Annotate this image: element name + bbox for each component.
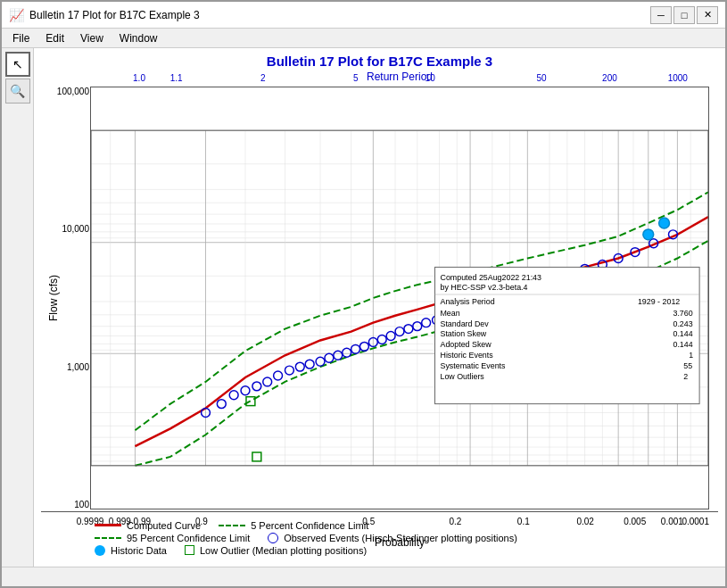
svg-text:0.144: 0.144 (673, 340, 692, 349)
legend-square-green (185, 545, 194, 555)
svg-text:Historic Events: Historic Events (440, 351, 493, 360)
y-labels: 100,000 10,000 1,000 100 (57, 87, 89, 509)
legend-computed-label: Computed Curve (127, 520, 201, 531)
svg-text:Systematic Events: Systematic Events (440, 361, 506, 370)
svg-text:Adopted Skew: Adopted Skew (440, 340, 492, 349)
y-label-3: 100 (74, 500, 89, 509)
chart-area: Computed 25Aug2022 21:43 by HEC-SSP v2.3… (90, 87, 709, 509)
svg-text:1: 1 (689, 351, 693, 360)
svg-text:55: 55 (683, 361, 692, 370)
legend-dot-cyan (95, 545, 105, 556)
x-top-label-7: 1000 (668, 73, 688, 83)
content-area: ↖ 🔍 Bulletin 17 Plot for B17C Example 3 … (2, 48, 725, 567)
svg-text:Low Outliers: Low Outliers (440, 372, 484, 381)
app-icon: 📈 (9, 8, 24, 22)
x-top-label-3: 5 (353, 73, 359, 83)
svg-text:0.144: 0.144 (673, 329, 692, 338)
svg-point-96 (659, 218, 670, 228)
svg-text:Station Skew: Station Skew (440, 329, 486, 338)
toolbar: ↖ 🔍 (2, 48, 34, 567)
zoom-tool[interactable]: 🔍 (5, 79, 30, 104)
legend-low-outlier-label: Low Outlier (Median plotting positions) (200, 545, 367, 556)
title-bar: 📈 Bulletin 17 Plot for B17C Example 3 ─ … (2, 2, 725, 29)
legend-observed-label: Observed Events (Hirsch-Stedinger plotti… (284, 533, 517, 543)
svg-text:Computed 25Aug2022 21:43: Computed 25Aug2022 21:43 (440, 273, 541, 282)
legend-area: Computed Curve 5 Percent Confidence Limi… (41, 511, 718, 563)
title-bar-left: 📈 Bulletin 17 Plot for B17C Example 3 (9, 8, 200, 22)
legend-row-3: Historic Data Low Outlier (Median plotti… (95, 545, 709, 556)
chart-container: Return Period 1.0 1.1 2 5 10 50 200 1000… (41, 69, 718, 563)
legend-observed: Observed Events (Hirsch-Stedinger plotti… (268, 533, 517, 543)
menu-view[interactable]: View (73, 30, 111, 46)
legend-5pct-label: 5 Percent Confidence Limit (251, 520, 368, 531)
menu-edit[interactable]: Edit (38, 30, 71, 46)
legend-row-2: 95 Percent Confidence Limit Observed Eve… (95, 533, 709, 543)
menu-window[interactable]: Window (112, 30, 165, 46)
x-top-label-2: 2 (260, 73, 266, 83)
legend-low-outlier: Low Outlier (Median plotting positions) (185, 545, 367, 556)
svg-text:0.243: 0.243 (673, 319, 692, 328)
svg-text:by HEC-SSP v2.3-beta.4: by HEC-SSP v2.3-beta.4 (440, 283, 527, 292)
y-label-1: 10,000 (62, 224, 89, 234)
close-button[interactable]: ✕ (697, 6, 718, 24)
cursor-tool[interactable]: ↖ (5, 52, 30, 77)
svg-point-95 (643, 229, 654, 240)
maximize-button[interactable]: □ (673, 6, 695, 24)
x-top-label-5: 50 (537, 73, 547, 83)
legend-line-5pct (219, 525, 245, 526)
x-top-label-4: 10 (425, 73, 435, 83)
y-label-0: 100,000 (57, 87, 89, 96)
legend-historic-label: Historic Data (111, 545, 167, 556)
chart-title: Bulletin 17 Plot for B17C Example 3 (34, 54, 725, 69)
main-panel: Bulletin 17 Plot for B17C Example 3 Retu… (34, 48, 725, 567)
y-label-2: 1,000 (67, 362, 89, 372)
svg-text:1929 - 2012: 1929 - 2012 (638, 297, 680, 306)
legend-95pct: 95 Percent Confidence Limit (95, 533, 250, 543)
svg-text:Analysis Period: Analysis Period (440, 297, 494, 306)
legend-circle-blue (268, 533, 278, 543)
legend-computed-curve: Computed Curve (95, 520, 201, 531)
legend-line-red (95, 524, 121, 526)
legend-historic: Historic Data (95, 545, 167, 556)
x-top-label-1: 1.1 (170, 73, 183, 83)
status-bar (2, 567, 725, 586)
x-axis-top: 1.0 1.1 2 5 10 50 200 1000 10000 (90, 69, 709, 87)
chart-svg: Computed 25Aug2022 21:43 by HEC-SSP v2.3… (91, 87, 708, 509)
window-controls[interactable]: ─ □ ✕ (650, 6, 718, 24)
legend-line-95pct (95, 537, 121, 539)
menu-bar: File Edit View Window (2, 29, 725, 48)
menu-file[interactable]: File (5, 30, 37, 46)
x-top-label-6: 200 (602, 73, 617, 83)
legend-row-1: Computed Curve 5 Percent Confidence Limi… (95, 520, 709, 531)
window-title: Bulletin 17 Plot for B17C Example 3 (29, 9, 200, 21)
svg-text:3.760: 3.760 (673, 309, 692, 318)
svg-text:2: 2 (683, 372, 688, 381)
minimize-button[interactable]: ─ (650, 6, 672, 24)
legend-95pct-label: 95 Percent Confidence Limit (127, 533, 250, 543)
legend-5pct: 5 Percent Confidence Limit (219, 520, 368, 531)
x-top-label-0: 1.0 (133, 73, 145, 83)
svg-text:Mean: Mean (440, 309, 459, 318)
main-window: 📈 Bulletin 17 Plot for B17C Example 3 ─ … (0, 0, 727, 588)
svg-text:Standard Dev: Standard Dev (440, 319, 489, 328)
